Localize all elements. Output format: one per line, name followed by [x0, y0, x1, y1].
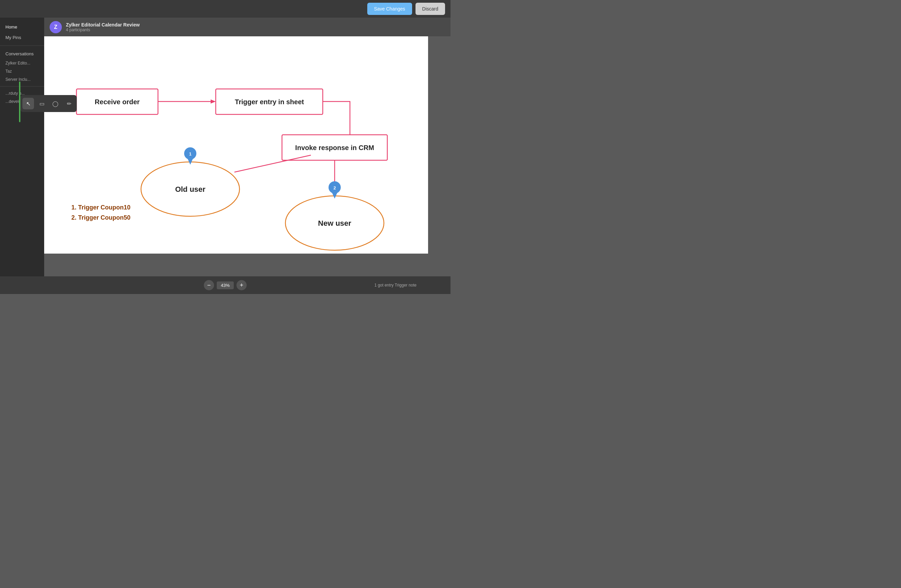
save-changes-button[interactable]: Save Changes	[367, 3, 412, 15]
sidebar-conversations[interactable]: Conversations	[0, 48, 44, 59]
shape-tool[interactable]: ▭	[36, 98, 48, 109]
chat-avatar: Z	[50, 21, 62, 33]
svg-text:1: 1	[189, 151, 191, 157]
svg-text:Receive order: Receive order	[95, 98, 140, 106]
zoom-level-display: 43%	[217, 282, 234, 289]
zoom-in-button[interactable]: +	[237, 280, 247, 290]
zoom-out-button[interactable]: −	[204, 280, 214, 290]
svg-text:New user: New user	[318, 219, 351, 227]
chat-subtitle: 4 participants	[66, 28, 140, 32]
canvas-area[interactable]: Receive order Trigger entry in sheet Inv…	[44, 36, 428, 254]
svg-marker-3	[210, 100, 216, 104]
bottombar: − 43% + 1 got entry Trigger note	[0, 276, 450, 294]
svg-line-9	[234, 155, 311, 172]
svg-text:Old user: Old user	[175, 185, 206, 193]
sidebar-conv-1[interactable]: Zylker Edito...	[0, 59, 44, 67]
sidebar: Home My Pins Conversations Zylker Edito.…	[0, 0, 44, 294]
svg-text:1. Trigger Coupon10: 1. Trigger Coupon10	[71, 204, 131, 211]
sidebar-mypins[interactable]: My Pins	[0, 32, 44, 43]
sidebar-home[interactable]: Home	[0, 22, 44, 32]
svg-text:2. Trigger Coupon50: 2. Trigger Coupon50	[71, 214, 131, 221]
chat-header: Z Zylker Editorial Calendar Review 4 par…	[44, 18, 450, 36]
svg-text:Trigger entry in sheet: Trigger entry in sheet	[235, 98, 304, 106]
svg-text:Invoke response in CRM: Invoke response in CRM	[295, 144, 374, 151]
diagram-svg: Receive order Trigger entry in sheet Inv…	[44, 36, 428, 254]
bubble-tool[interactable]: ◯	[50, 98, 61, 109]
pen-tool[interactable]: ✏	[63, 98, 75, 109]
svg-text:2: 2	[333, 185, 336, 190]
tool-palette: ↖ ▭ ◯ ✏	[20, 95, 77, 112]
chat-title: Zylker Editorial Calendar Review	[66, 22, 140, 28]
discard-button[interactable]: Discard	[416, 3, 445, 15]
cursor-tool[interactable]: ↖	[22, 98, 34, 109]
bottom-status-text: 1 got entry Trigger note	[374, 283, 416, 288]
topbar: Save Changes Discard	[0, 0, 450, 18]
sidebar-conv-2[interactable]: Taz	[0, 67, 44, 75]
sidebar-conv-3[interactable]: Server Inclu...	[0, 75, 44, 84]
green-accent-bar	[19, 81, 20, 122]
